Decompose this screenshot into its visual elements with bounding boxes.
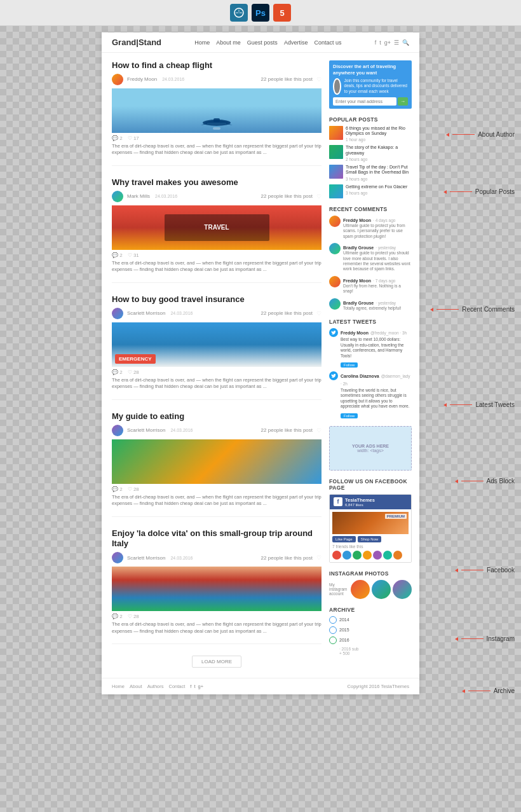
facebook-like-button[interactable]: Like Page — [332, 536, 356, 542]
nav-guest-posts[interactable]: Guest posts — [247, 39, 278, 46]
post-5-heart[interactable]: ♡ — [316, 554, 321, 561]
post-3-title[interactable]: How to buy good travel insurance — [112, 294, 321, 305]
facebook-shop-button[interactable]: Shop Now — [358, 536, 382, 542]
email-input[interactable] — [333, 97, 396, 106]
popular-post-title-2[interactable]: The story of the Kakapo: a giveaway — [346, 145, 412, 156]
load-more-wrap: LOAD MORE — [112, 656, 321, 668]
archive-item-2015[interactable]: 2015 — [329, 626, 412, 634]
fb-avatar-5 — [373, 551, 382, 560]
comment-time-1: · 4 days ago — [373, 218, 395, 223]
post-3-author: Scarlett Morrison — [127, 310, 165, 316]
archive-item-2016[interactable]: 2016 — [329, 637, 412, 644]
footer-gp-icon[interactable]: g+ — [198, 684, 204, 689]
facebook-actions: Like Page Shop Now — [332, 536, 409, 542]
post-2-likes: 22 people like this post — [261, 193, 313, 199]
subscribe-body: Join this community for travel deals, ti… — [344, 78, 408, 94]
gplus-icon[interactable]: g+ — [384, 39, 391, 46]
nav-home[interactable]: Home — [194, 39, 210, 46]
post-5-title[interactable]: Enjoy 'la dolce vita' on this small-grou… — [112, 528, 321, 550]
comment-info-4: Bradly Grouse · yesterday Totally agree,… — [343, 298, 412, 311]
instagram-widget: instagram photos My instagram account — [329, 570, 412, 599]
latest-tweets-widget: Latest Tweets Freddy Moon @freddy_moon ·… — [329, 319, 412, 418]
latest-tweets-annotation: Latest Tweets — [443, 401, 515, 408]
subscribe-avatar-img — [333, 78, 341, 95]
archive-subitem: + 500 — [329, 651, 412, 656]
post-3-avatar — [112, 308, 123, 319]
facebook-friends-label: 7 friends like this — [332, 544, 409, 549]
comment-author-3: Freddy Moon — [343, 279, 371, 283]
popular-post-time-3: 3 hours ago — [346, 177, 412, 181]
archive-widget: Archive 2014 2015 2016 — [329, 607, 412, 656]
post-1-title[interactable]: How to find a cheap flight — [112, 60, 321, 71]
site-logo[interactable]: Grand|Stand — [112, 38, 161, 47]
archive-year-2016: 2016 — [339, 638, 349, 642]
follow-button-1[interactable]: Follow — [341, 362, 358, 368]
fb-avatar-6 — [383, 551, 392, 560]
post-4-meta: Scarlett Morrison 24.03.2016 22 people l… — [112, 425, 321, 436]
footer-authors[interactable]: Authors — [147, 684, 164, 689]
follow-button-2[interactable]: Follow — [341, 413, 358, 418]
popular-post-info-4: Getting extreme on Fox Glacier 3 hours a… — [346, 184, 412, 195]
instagram-row: My instagram account — [329, 580, 412, 599]
post-1-heart[interactable]: ♡ — [316, 76, 321, 83]
facebook-icon[interactable]: f — [375, 39, 377, 46]
twitter-icon[interactable]: t — [379, 39, 381, 46]
ads-block[interactable]: YOUR ADS HERE width: <tags> — [329, 426, 412, 471]
footer-contact[interactable]: Contact — [168, 684, 185, 689]
nav-about[interactable]: About me — [216, 39, 241, 46]
nav-contact[interactable]: Contact us — [314, 39, 341, 46]
email-submit-button[interactable]: → — [398, 97, 408, 106]
load-more-button[interactable]: LOAD MORE — [192, 656, 241, 668]
post-5-stats: 💬 2 ♡ 28 — [112, 614, 321, 619]
popular-post-title-3[interactable]: Travel Tip of the day : Don't Put Small … — [346, 165, 412, 175]
comment-avatar-4 — [329, 298, 341, 310]
post-2-heart[interactable]: ♡ — [316, 193, 321, 200]
comment-item: Freddy Moon · 4 days ago Ultimate guide … — [329, 216, 412, 239]
facebook-header: f TeslaThemes 6,847 likes — [330, 495, 411, 509]
content-layout: How to find a cheap flight Freddy Moon 2… — [102, 53, 419, 678]
insta-photo-1[interactable] — [351, 580, 370, 599]
site-nav: Home About me Guest posts Advertise Cont… — [194, 39, 341, 46]
wordpress-icon[interactable] — [230, 4, 248, 22]
comment-time-3: · 7 days ago — [373, 279, 395, 283]
post-3-image: EMERGENCY — [112, 322, 321, 367]
post-4-title[interactable]: My guide to eating — [112, 411, 321, 422]
popular-post-title-4[interactable]: Getting extreme on Fox Glacier — [346, 184, 412, 189]
post-1-excerpt: The era of dirt-cheap travel is over, an… — [112, 143, 321, 156]
rss-icon[interactable]: ☰ — [394, 39, 399, 46]
comment-avatar-2 — [329, 243, 341, 254]
archive-year-2015: 2015 — [339, 628, 349, 632]
insta-photo-3[interactable] — [393, 580, 412, 599]
footer-about[interactable]: About — [130, 684, 142, 689]
post-5-date: 24.03.2016 — [170, 556, 193, 560]
archive-item-2014[interactable]: 2014 — [329, 616, 412, 624]
post-2-avatar — [112, 191, 123, 202]
facebook-widget: Follow us on facebook page f TeslaThemes… — [329, 478, 412, 563]
nav-advertise[interactable]: Advertise — [284, 39, 308, 46]
archive-title: Archive — [329, 607, 412, 613]
popular-posts-annotation: Popular Posts — [443, 188, 515, 195]
archive-year-2014: 2014 — [339, 617, 349, 622]
insta-photo-2[interactable] — [372, 580, 391, 599]
post-4-heart[interactable]: ♡ — [316, 427, 321, 434]
footer-tw-icon[interactable]: t — [194, 684, 195, 689]
fb-avatar-7 — [393, 551, 402, 560]
popular-post-time-4: 3 hours ago — [346, 191, 412, 195]
popular-post-item: Travel Tip of the day : Don't Put Small … — [329, 165, 412, 181]
post-4-likes-count: ♡ 28 — [128, 486, 139, 492]
post-item: My guide to eating Scarlett Morrison 24.… — [112, 411, 321, 517]
footer-home[interactable]: Home — [112, 684, 125, 689]
search-icon[interactable]: 🔍 — [402, 39, 409, 46]
subscribe-headline: Discover the art of traveling anywhere y… — [333, 64, 408, 76]
footer-fb-icon[interactable]: f — [190, 684, 191, 689]
html5-icon[interactable]: 5 — [273, 4, 291, 22]
post-2-title[interactable]: Why travel makes you awesome — [112, 177, 321, 188]
popular-post-title-1[interactable]: 6 things you missed at the Rio Olympics … — [346, 126, 412, 137]
post-5-avatar — [112, 552, 123, 563]
photoshop-icon[interactable]: Ps — [252, 4, 269, 22]
tweet-content-1: Freddy Moon @freddy_moon · 3h Best way t… — [341, 328, 412, 368]
post-3-heart[interactable]: ♡ — [316, 310, 321, 317]
post-item: How to find a cheap flight Freddy Moon 2… — [112, 60, 321, 166]
post-2-author: Mark Mills — [127, 193, 150, 199]
comment-text-2: Ultimate guide to protect you should lov… — [343, 251, 412, 272]
